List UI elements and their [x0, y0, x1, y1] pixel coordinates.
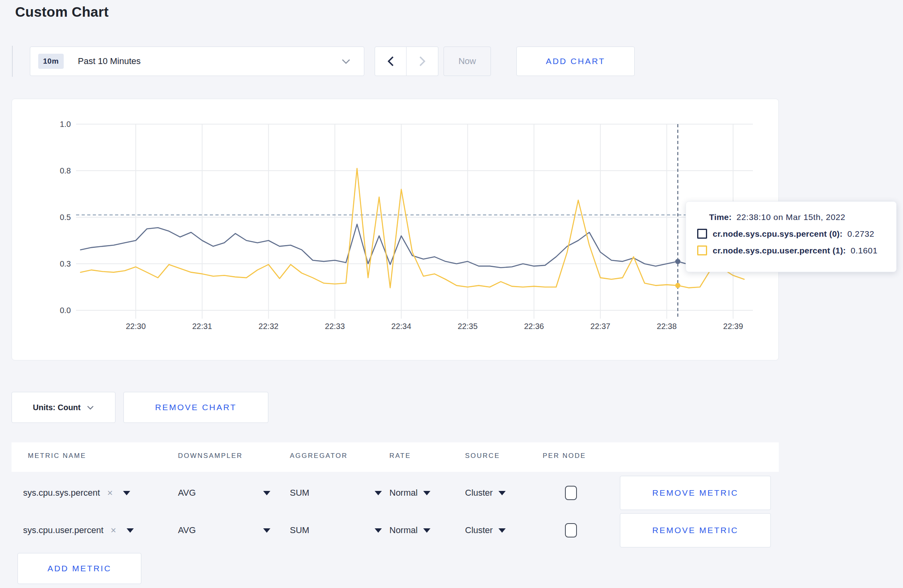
- svg-text:1.0: 1.0: [60, 120, 71, 129]
- chart-tooltip: Time: 22:38:10 on Mar 15th, 2022 cr.node…: [686, 201, 897, 272]
- source-select[interactable]: Cluster: [465, 475, 506, 511]
- remove-chart-button[interactable]: REMOVE CHART: [123, 392, 268, 423]
- time-range-badge: 10m: [38, 54, 64, 69]
- rate-select[interactable]: Normal: [389, 475, 430, 511]
- downsampler-value: AVG: [178, 525, 196, 535]
- source-value: Cluster: [465, 525, 493, 535]
- add-chart-button[interactable]: ADD CHART: [516, 47, 635, 76]
- metric-name-select[interactable]: sys.cpu.sys.percent ×: [23, 475, 130, 511]
- chevron-down-icon: [87, 405, 94, 410]
- now-button[interactable]: Now: [444, 47, 491, 76]
- downsampler-select[interactable]: AVG: [178, 512, 270, 549]
- rate-select[interactable]: Normal: [389, 512, 430, 549]
- dropdown-caret-icon: [375, 528, 382, 533]
- remove-metric-button[interactable]: REMOVE METRIC: [620, 476, 771, 510]
- column-header-source: SOURCE: [465, 452, 500, 460]
- page-title: Custom Chart: [15, 4, 109, 20]
- tooltip-time-value: 22:38:10 on Mar 15th, 2022: [737, 212, 846, 222]
- dropdown-caret-icon: [423, 528, 430, 533]
- chevron-down-icon: [342, 59, 350, 64]
- svg-text:22:33: 22:33: [325, 322, 345, 331]
- dropdown-caret-icon[interactable]: [123, 491, 130, 495]
- svg-text:0.0: 0.0: [60, 306, 71, 315]
- svg-text:0.8: 0.8: [60, 166, 71, 175]
- dropdown-caret-icon: [263, 528, 270, 533]
- column-header-per-node: PER NODE: [543, 452, 586, 460]
- remove-metric-button[interactable]: REMOVE METRIC: [620, 513, 771, 547]
- series-swatch-sys-icon: [697, 229, 707, 239]
- time-range-label: Past 10 Minutes: [78, 56, 342, 66]
- table-row: sys.cpu.sys.percent × AVG SUM Normal Clu…: [12, 475, 779, 511]
- aggregator-value: SUM: [290, 488, 309, 498]
- column-header-aggregator: AGGREGATOR: [290, 452, 348, 460]
- svg-text:22:30: 22:30: [126, 322, 146, 331]
- svg-text:22:37: 22:37: [590, 322, 610, 331]
- tooltip-series-value: 0.2732: [847, 229, 874, 239]
- svg-text:22:38: 22:38: [657, 322, 677, 331]
- svg-text:22:39: 22:39: [723, 322, 743, 331]
- remove-metric-cell: REMOVE METRIC: [620, 476, 771, 510]
- aggregator-select[interactable]: SUM: [290, 512, 382, 549]
- aggregator-value: SUM: [290, 525, 309, 535]
- dropdown-caret-icon: [375, 491, 382, 495]
- units-select[interactable]: Units: Count: [12, 392, 115, 423]
- svg-text:22:32: 22:32: [258, 322, 278, 331]
- add-metric-button[interactable]: ADD METRIC: [18, 553, 141, 584]
- metric-name: sys.cpu.sys.percent: [23, 488, 100, 498]
- remove-metric-cell: REMOVE METRIC: [620, 513, 771, 547]
- tooltip-series-row: cr.node.sys.cpu.user.percent (1): 0.1601: [697, 245, 885, 255]
- svg-text:0.3: 0.3: [60, 259, 71, 268]
- column-header-rate: RATE: [389, 452, 411, 460]
- chevron-left-icon: [387, 56, 394, 66]
- source-select[interactable]: Cluster: [465, 512, 506, 549]
- rate-value: Normal: [389, 525, 418, 535]
- chart-card: 0.00.30.50.81.022:3022:3122:3222:3322:34…: [12, 99, 779, 360]
- series-swatch-user-icon: [697, 245, 707, 255]
- svg-text:0.5: 0.5: [60, 213, 71, 222]
- next-interval-button[interactable]: [407, 47, 438, 76]
- column-header-metric-name: METRIC NAME: [28, 452, 86, 460]
- dropdown-caret-icon[interactable]: [127, 528, 134, 533]
- svg-text:22:35: 22:35: [457, 322, 477, 331]
- per-node-cell: [565, 512, 577, 549]
- clear-metric-icon[interactable]: ×: [111, 525, 116, 536]
- tooltip-series-value: 0.1601: [851, 246, 878, 255]
- svg-text:22:36: 22:36: [524, 322, 544, 331]
- per-node-checkbox[interactable]: [565, 486, 577, 500]
- tooltip-time-label: Time:: [709, 212, 732, 222]
- downsampler-value: AVG: [178, 488, 196, 498]
- column-header-downsampler: DOWNSAMPLER: [178, 452, 243, 460]
- dropdown-caret-icon: [498, 491, 506, 495]
- aggregator-select[interactable]: SUM: [290, 475, 382, 511]
- time-range-select[interactable]: 10m Past 10 Minutes: [30, 47, 364, 76]
- previous-interval-button[interactable]: [375, 47, 407, 76]
- dropdown-caret-icon: [423, 491, 430, 495]
- tooltip-series-label: cr.node.sys.cpu.sys.percent (0):: [713, 229, 842, 239]
- rate-value: Normal: [389, 488, 418, 498]
- dropdown-caret-icon: [498, 528, 506, 533]
- dropdown-caret-icon: [263, 491, 270, 495]
- toolbar-divider: [12, 46, 13, 77]
- tooltip-series-row: cr.node.sys.cpu.sys.percent (0): 0.2732: [697, 229, 885, 239]
- custom-chart-page: Custom Chart 10m Past 10 Minutes Now ADD…: [0, 0, 903, 588]
- per-node-checkbox[interactable]: [565, 523, 577, 537]
- downsampler-select[interactable]: AVG: [178, 475, 270, 511]
- svg-text:22:31: 22:31: [192, 322, 212, 331]
- source-value: Cluster: [465, 488, 493, 498]
- per-node-cell: [565, 475, 577, 511]
- time-nav-group: [375, 47, 438, 76]
- tooltip-time-row: Time: 22:38:10 on Mar 15th, 2022: [709, 212, 885, 222]
- metrics-table-header: METRIC NAME DOWNSAMPLER AGGREGATOR RATE …: [12, 442, 779, 472]
- metric-name: sys.cpu.user.percent: [23, 525, 104, 535]
- chevron-right-icon: [419, 56, 426, 66]
- units-label: Units: Count: [33, 403, 81, 412]
- tooltip-series-label: cr.node.sys.cpu.user.percent (1):: [713, 246, 846, 255]
- clear-metric-icon[interactable]: ×: [107, 487, 113, 498]
- metric-name-select[interactable]: sys.cpu.user.percent ×: [23, 512, 134, 549]
- table-row: sys.cpu.user.percent × AVG SUM Normal Cl…: [12, 512, 779, 549]
- svg-text:22:34: 22:34: [391, 322, 411, 331]
- timeseries-chart[interactable]: 0.00.30.50.81.022:3022:3122:3222:3322:34…: [12, 99, 779, 361]
